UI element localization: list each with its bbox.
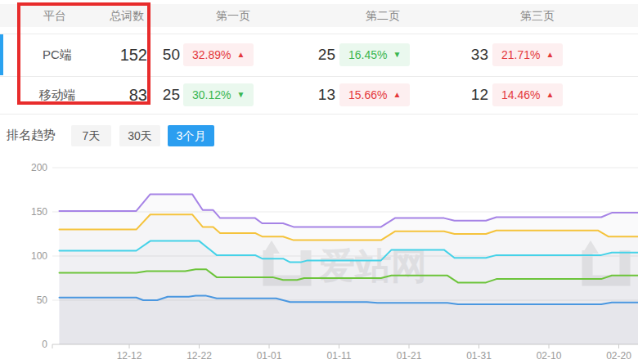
y-axis-label: 50 bbox=[37, 294, 48, 306]
percent-badge: 30.12%▼ bbox=[183, 83, 254, 106]
page-count-cell: 25 bbox=[123, 86, 180, 104]
y-axis-label: 150 bbox=[31, 206, 47, 218]
page-count-cell: 50 bbox=[123, 46, 180, 64]
percent-value: 14.46% bbox=[501, 88, 540, 101]
x-axis-label: 02-10 bbox=[537, 350, 562, 362]
trend-chart[interactable]: 爱站网爱站网05010015020012-1212-2201-0101-1101… bbox=[0, 155, 638, 364]
y-axis-label: 100 bbox=[31, 250, 47, 262]
header-page2: 第二页 bbox=[366, 4, 400, 27]
page-count-cell: 25 bbox=[278, 46, 335, 64]
percent-value: 21.71% bbox=[501, 48, 540, 61]
percent-value: 15.66% bbox=[348, 88, 387, 101]
percent-value: 32.89% bbox=[192, 48, 231, 61]
percent-badge: 14.46%▲ bbox=[492, 83, 563, 106]
table-row: PC端1525032.89%▲2516.45%▼3321.71%▲ bbox=[0, 34, 638, 76]
percent-badge: 32.89%▲ bbox=[183, 43, 254, 66]
percent-badge: 16.45%▼ bbox=[339, 43, 410, 66]
y-axis-label: 0 bbox=[42, 339, 47, 350]
tab-30d[interactable]: 30天 bbox=[119, 125, 160, 146]
active-row-accent-bar bbox=[0, 34, 3, 75]
trend-down-icon: ▼ bbox=[236, 91, 245, 99]
x-axis-label: 01-11 bbox=[327, 350, 352, 362]
page-count-cell: 33 bbox=[431, 46, 488, 64]
trend-down-icon: ▼ bbox=[393, 51, 401, 59]
percent-badge: 21.71%▲ bbox=[492, 43, 563, 66]
trend-chart-svg[interactable]: 爱站网爱站网05010015020012-1212-2201-0101-1101… bbox=[0, 155, 638, 364]
x-axis-label: 12-22 bbox=[186, 350, 212, 362]
trend-up-icon: ▲ bbox=[393, 91, 401, 99]
x-axis-label: 01-01 bbox=[257, 350, 282, 362]
x-axis-label: 01-21 bbox=[397, 350, 422, 362]
trend-tabs-bar: 排名趋势 7天30天3个月 bbox=[0, 115, 638, 155]
trend-up-icon: ▲ bbox=[546, 51, 554, 59]
header-platform: 平台 bbox=[43, 4, 66, 27]
trend-title: 排名趋势 bbox=[7, 115, 56, 155]
page-count-cell: 12 bbox=[431, 86, 488, 104]
x-axis-label: 01-31 bbox=[466, 350, 492, 362]
x-axis-label: 02-20 bbox=[606, 350, 631, 362]
header-page3: 第三页 bbox=[520, 4, 555, 27]
platform-cell: 移动端 bbox=[16, 88, 98, 103]
keyword-rank-dashboard: 平台 总词数 第一页 第二页 第三页 PC端1525032.89%▲2516.4… bbox=[0, 0, 638, 364]
header-page1: 第一页 bbox=[216, 4, 250, 27]
y-axis-label: 200 bbox=[31, 162, 47, 173]
header-total: 总词数 bbox=[110, 4, 144, 27]
trend-up-icon: ▲ bbox=[236, 51, 245, 59]
percent-badge: 15.66%▲ bbox=[339, 83, 410, 106]
page-count-cell: 13 bbox=[278, 86, 335, 104]
trend-up-icon: ▲ bbox=[546, 91, 554, 99]
percent-value: 30.12% bbox=[192, 88, 231, 101]
percent-value: 16.45% bbox=[348, 48, 387, 61]
tab-3m[interactable]: 3个月 bbox=[168, 125, 214, 146]
x-axis-label: 12-12 bbox=[117, 350, 142, 362]
platform-cell: PC端 bbox=[16, 47, 98, 63]
table-row: 移动端832530.12%▼1315.66%▲1214.46%▲ bbox=[0, 76, 638, 114]
tab-7d[interactable]: 7天 bbox=[71, 125, 111, 146]
summary-table: 平台 总词数 第一页 第二页 第三页 PC端1525032.89%▲2516.4… bbox=[0, 0, 638, 115]
